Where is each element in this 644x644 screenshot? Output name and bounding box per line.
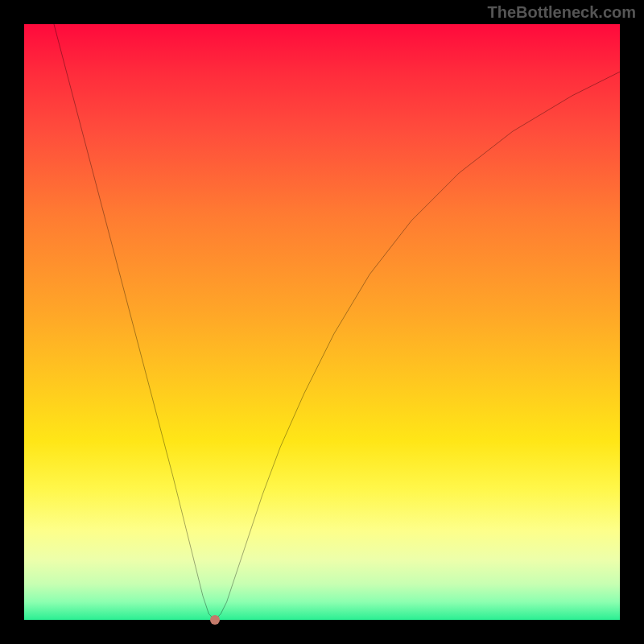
chart-marker-dot bbox=[210, 615, 220, 625]
chart-curve bbox=[24, 24, 620, 620]
watermark-text: TheBottleneck.com bbox=[488, 3, 636, 22]
